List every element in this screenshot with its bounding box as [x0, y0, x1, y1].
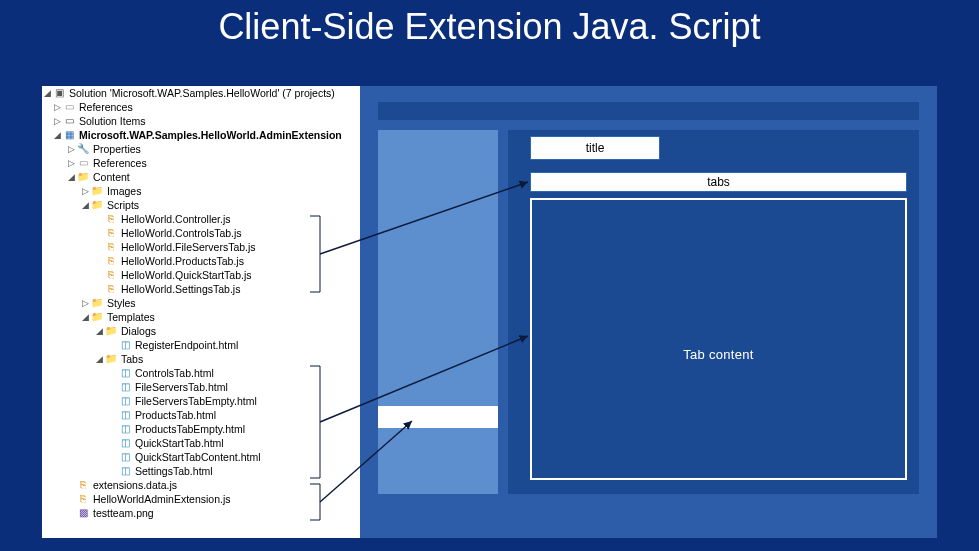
tree-folder-tabs[interactable]: ◢ 📁 Tabs: [42, 352, 360, 366]
wireframe-title-label: title: [530, 136, 660, 160]
solution-explorer: ◢ ▣ Solution 'Microsoft.WAP.Samples.Hell…: [42, 86, 360, 538]
wireframe-content-label: Tab content: [532, 347, 905, 362]
tree-item[interactable]: ▷ ▭ Solution Items: [42, 114, 360, 128]
html-file-icon: ◫: [118, 437, 132, 449]
stage: ◢ ▣ Solution 'Microsoft.WAP.Samples.Hell…: [42, 86, 937, 538]
wireframe-header-bar: [378, 102, 919, 120]
tree-folder-dialogs[interactable]: ◢ 📁 Dialogs: [42, 324, 360, 338]
references-icon: ▭: [76, 157, 90, 169]
tree-file[interactable]: ▩testteam.png: [42, 506, 360, 520]
tree-file[interactable]: ⎘HelloWorld.FileServersTab.js: [42, 240, 360, 254]
html-file-icon: ◫: [118, 451, 132, 463]
tree-file[interactable]: ◫ControlsTab.html: [42, 366, 360, 380]
tree-item[interactable]: ▷ 📁 Images: [42, 184, 360, 198]
references-icon: ▭: [62, 101, 76, 113]
html-file-icon: ◫: [118, 423, 132, 435]
folder-icon: 📁: [90, 185, 104, 197]
tree-file[interactable]: ◫FileServersTab.html: [42, 380, 360, 394]
tree-file[interactable]: ⎘HelloWorld.QuickStartTab.js: [42, 268, 360, 282]
tree-file[interactable]: ⎘HelloWorld.Controller.js: [42, 212, 360, 226]
tree-item[interactable]: ▷ 🔧 Properties: [42, 142, 360, 156]
html-file-icon: ◫: [118, 367, 132, 379]
js-file-icon: ⎘: [104, 241, 118, 253]
tree-file[interactable]: ◫SettingsTab.html: [42, 464, 360, 478]
js-file-icon: ⎘: [76, 479, 90, 491]
js-file-icon: ⎘: [104, 283, 118, 295]
html-file-icon: ◫: [118, 381, 132, 393]
img-file-icon: ▩: [76, 507, 90, 519]
folder-icon: 📁: [90, 199, 104, 211]
folder-icon: 📁: [90, 297, 104, 309]
tree-file[interactable]: ◫FileServersTabEmpty.html: [42, 394, 360, 408]
solution-root[interactable]: ◢ ▣ Solution 'Microsoft.WAP.Samples.Hell…: [42, 86, 360, 100]
slide-heading: Client-Side Extension Java. Script: [0, 6, 979, 48]
folder-icon: ▭: [62, 115, 76, 127]
html-file-icon: ◫: [118, 339, 132, 351]
folder-icon: 📁: [104, 325, 118, 337]
js-file-icon: ⎘: [76, 493, 90, 505]
tree-file[interactable]: ⎘HelloWorld.ControlsTab.js: [42, 226, 360, 240]
tree-file[interactable]: ⎘extensions.data.js: [42, 478, 360, 492]
wireframe-sidebar-highlight: [378, 406, 498, 428]
tree-file[interactable]: ◫QuickStartTab.html: [42, 436, 360, 450]
tree-file[interactable]: ◫QuickStartTabContent.html: [42, 450, 360, 464]
js-file-icon: ⎘: [104, 227, 118, 239]
folder-icon: 📁: [76, 171, 90, 183]
tree-file[interactable]: ⎘HelloWorld.SettingsTab.js: [42, 282, 360, 296]
html-file-icon: ◫: [118, 409, 132, 421]
tree-file[interactable]: ◫ProductsTab.html: [42, 408, 360, 422]
tree-file[interactable]: ◫ProductsTabEmpty.html: [42, 422, 360, 436]
html-file-icon: ◫: [118, 465, 132, 477]
tree-item[interactable]: ▷ ▭ References: [42, 100, 360, 114]
tree-file[interactable]: ⎘HelloWorld.ProductsTab.js: [42, 254, 360, 268]
solution-icon: ▣: [52, 87, 66, 99]
wireframe-area: title tabs Tab content: [360, 86, 937, 538]
tree-file[interactable]: ⎘HelloWorldAdminExtension.js: [42, 492, 360, 506]
folder-icon: 📁: [104, 353, 118, 365]
properties-icon: 🔧: [76, 143, 90, 155]
tree-folder-scripts[interactable]: ◢ 📁 Scripts: [42, 198, 360, 212]
wireframe-content-box: Tab content: [530, 198, 907, 480]
tree-folder-content[interactable]: ◢ 📁 Content: [42, 170, 360, 184]
js-file-icon: ⎘: [104, 255, 118, 267]
html-file-icon: ◫: [118, 395, 132, 407]
tree-item[interactable]: ▷ ▭ References: [42, 156, 360, 170]
project-icon: ▦: [62, 129, 76, 141]
js-file-icon: ⎘: [104, 269, 118, 281]
folder-icon: 📁: [90, 311, 104, 323]
js-file-icon: ⎘: [104, 213, 118, 225]
project-node[interactable]: ◢ ▦ Microsoft.WAP.Samples.HelloWorld.Adm…: [42, 128, 360, 142]
wireframe-tabs-label: tabs: [530, 172, 907, 192]
tree-folder-templates[interactable]: ◢ 📁 Templates: [42, 310, 360, 324]
tree-file[interactable]: ◫RegisterEndpoint.html: [42, 338, 360, 352]
wireframe-sidebar: [378, 130, 498, 494]
tree-item[interactable]: ▷ 📁 Styles: [42, 296, 360, 310]
